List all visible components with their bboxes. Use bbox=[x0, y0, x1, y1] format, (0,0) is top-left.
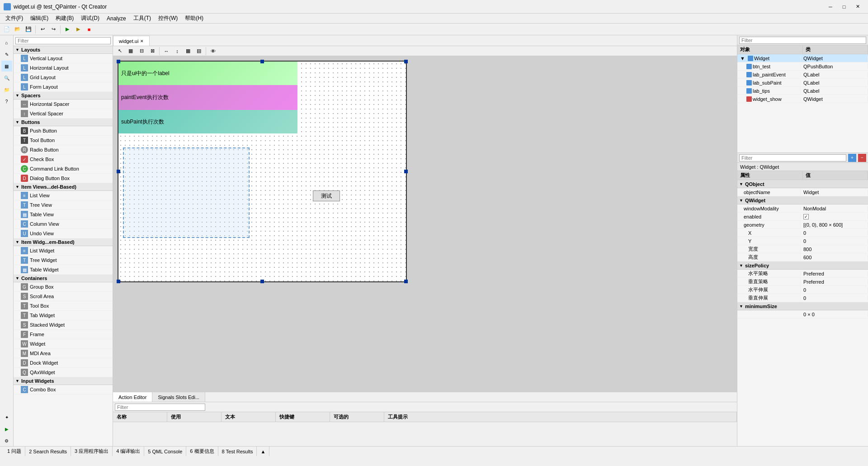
design-tool-form[interactable]: ▤ bbox=[194, 46, 204, 56]
widget-list-widget[interactable]: ≡ List Widget bbox=[14, 246, 113, 256]
prop-section-minsize[interactable]: ▼ minimumSize bbox=[737, 302, 868, 310]
widget-stacked-widget[interactable]: S Stacked Widget bbox=[14, 320, 113, 330]
status-app-output[interactable]: 3 应用程序输出 bbox=[71, 447, 113, 456]
icon-tool[interactable]: ⚙ bbox=[1, 435, 12, 446]
toolbar-run[interactable]: ▶ bbox=[62, 24, 72, 34]
widget-push-button[interactable]: B Push Button bbox=[14, 126, 113, 136]
prop-section-sizepolicy[interactable]: ▼ sizePolicy bbox=[737, 262, 868, 270]
design-tool-layout[interactable]: ⊟ bbox=[137, 46, 146, 56]
oi-row-widget[interactable]: ▼ Widget QWidget bbox=[737, 54, 868, 62]
status-arrow[interactable]: ▲ bbox=[257, 447, 269, 456]
widget-tool-box[interactable]: T Tool Box bbox=[14, 301, 113, 311]
widget-mdi-area[interactable]: M MDI Area bbox=[14, 349, 113, 358]
widget-tab-widget[interactable]: T Tab Widget bbox=[14, 311, 113, 320]
maximize-button[interactable]: □ bbox=[837, 2, 851, 11]
icon-help[interactable]: ? bbox=[1, 96, 12, 107]
icon-debug2[interactable]: ▶ bbox=[1, 423, 12, 434]
design-tool-pointer[interactable]: ↖ bbox=[115, 46, 125, 56]
prop-remove-button[interactable]: − bbox=[858, 154, 866, 162]
close-button[interactable]: ✕ bbox=[851, 2, 864, 11]
widget-dock-widget[interactable]: D Dock Widget bbox=[14, 358, 113, 368]
category-layouts[interactable]: ▼ Layouts bbox=[14, 46, 113, 54]
category-item-widgets[interactable]: ▼ Item Widg...em-Based) bbox=[14, 238, 113, 246]
prop-section-qobject[interactable]: ▼ QObject bbox=[737, 180, 868, 188]
prop-row-vpolicy[interactable]: 垂直策略 Preferred bbox=[737, 278, 868, 286]
widget-undo-view[interactable]: U Undo View bbox=[14, 229, 113, 238]
category-buttons[interactable]: ▼ Buttons bbox=[14, 119, 113, 126]
widget-column-view[interactable]: C Column View bbox=[14, 219, 113, 229]
widget-check-box[interactable]: ✓ Check Box bbox=[14, 155, 113, 164]
prop-add-button[interactable]: + bbox=[848, 154, 856, 162]
category-spacers[interactable]: ▼ Spacers bbox=[14, 92, 113, 100]
widget-frame[interactable]: F Frame bbox=[14, 330, 113, 339]
prop-row-y[interactable]: Y 0 bbox=[737, 237, 868, 245]
bottom-tab-action-editor[interactable]: Action Editor bbox=[113, 392, 152, 402]
menu-debug[interactable]: 调试(D) bbox=[77, 14, 103, 24]
canvas[interactable]: 只是ui中的一个label paintEvent执行次数 subPaint执行次… bbox=[118, 61, 407, 282]
menu-file[interactable]: 文件(F) bbox=[2, 14, 27, 24]
menu-edit[interactable]: 编辑(E) bbox=[27, 14, 52, 24]
category-containers[interactable]: ▼ Containers bbox=[14, 275, 113, 282]
design-tool-h-layout[interactable]: ↔ bbox=[161, 46, 171, 56]
design-tool-break[interactable]: ⊠ bbox=[147, 46, 157, 56]
widget-filter-input[interactable] bbox=[15, 37, 111, 44]
toolbar-stop[interactable]: ■ bbox=[84, 24, 94, 34]
prop-row-objectname[interactable]: objectName Widget bbox=[737, 188, 868, 196]
widget-table-widget[interactable]: ▦ Table Widget bbox=[14, 265, 113, 275]
oi-row-btn-test[interactable]: btn_test QPushButton bbox=[737, 62, 868, 71]
menu-analyze[interactable]: Analyze bbox=[103, 14, 130, 24]
bottom-filter-input[interactable] bbox=[115, 404, 205, 411]
toolbar-save[interactable]: 💾 bbox=[24, 24, 33, 34]
oi-filter-input[interactable] bbox=[739, 37, 866, 44]
toolbar-debug-run[interactable]: ▶ bbox=[73, 24, 83, 34]
prop-row-windowmodality[interactable]: windowModality NonModal bbox=[737, 204, 868, 213]
widget-vertical-layout[interactable]: L Vertical Layout bbox=[14, 54, 113, 63]
category-input-widgets[interactable]: ▼ Input Widgets bbox=[14, 377, 113, 385]
design-tool-preview[interactable]: 👁 bbox=[208, 46, 218, 56]
oi-row-lab-subpaint[interactable]: lab_subPaint QLabel bbox=[737, 79, 868, 87]
widget-v-spacer[interactable]: ↕ Vertical Spacer bbox=[14, 109, 113, 119]
menu-build[interactable]: 构建(B) bbox=[52, 14, 77, 24]
widget-tree-view[interactable]: T Tree View bbox=[14, 200, 113, 210]
widget-tree-widget[interactable]: T Tree Widget bbox=[14, 256, 113, 265]
prop-row-x[interactable]: X 0 bbox=[737, 229, 868, 237]
status-test-results[interactable]: 8 Test Results bbox=[218, 447, 257, 456]
design-tab-widget-ui[interactable]: widget.ui ✕ bbox=[113, 36, 150, 46]
widget-table-view[interactable]: ▦ Table View bbox=[14, 210, 113, 219]
oi-row-lab-paint[interactable]: lab_paintEvent QLabel bbox=[737, 71, 868, 79]
bottom-tab-signals-slots[interactable]: Signals Slots Edi... bbox=[152, 392, 205, 402]
status-general-info[interactable]: 6 概要信息 bbox=[186, 447, 218, 456]
icon-edit[interactable]: ✎ bbox=[1, 49, 12, 60]
canvas-btn-test[interactable]: 测试 bbox=[313, 190, 340, 201]
prop-row-vstretch[interactable]: 垂直伸展 0 bbox=[737, 294, 868, 302]
widget-tool-button[interactable]: T Tool Button bbox=[14, 136, 113, 145]
icon-debug[interactable]: 🔍 bbox=[1, 72, 12, 83]
category-item-views[interactable]: ▼ Item Views...del-Based) bbox=[14, 183, 113, 191]
icon-welcome[interactable]: ⌂ bbox=[1, 37, 12, 48]
widget-combo-box[interactable]: C Combo Box bbox=[14, 385, 113, 395]
widget-widget[interactable]: W Widget bbox=[14, 339, 113, 349]
toolbar-open[interactable]: 📂 bbox=[13, 24, 23, 34]
oi-row-widget-show[interactable]: widget_show QWidget bbox=[737, 95, 868, 103]
widget-command-link[interactable]: C Command Link Button bbox=[14, 164, 113, 174]
prop-row-enabled[interactable]: enabled bbox=[737, 213, 868, 221]
menu-controls[interactable]: 控件(W) bbox=[155, 14, 181, 24]
widget-list-view[interactable]: ≡ List View bbox=[14, 191, 113, 200]
canvas-widget-show[interactable] bbox=[123, 147, 250, 238]
design-tab-close[interactable]: ✕ bbox=[140, 39, 144, 43]
minimize-button[interactable]: ─ bbox=[824, 2, 837, 11]
menu-tools[interactable]: 工具(T) bbox=[130, 14, 155, 24]
widget-horizontal-layout[interactable]: L Horizontal Layout bbox=[14, 63, 113, 73]
prop-row-height[interactable]: 高度 600 bbox=[737, 253, 868, 262]
prop-filter-input[interactable] bbox=[739, 154, 846, 162]
widget-grid-layout[interactable]: L Grid Layout bbox=[14, 73, 113, 82]
icon-design[interactable]: ▦ bbox=[1, 61, 12, 71]
toolbar-undo[interactable]: ↩ bbox=[38, 24, 47, 34]
menu-help[interactable]: 帮助(H) bbox=[181, 14, 207, 24]
widget-radio-button[interactable]: R Radio Button bbox=[14, 145, 113, 155]
status-qml-console[interactable]: 5 QML Console bbox=[144, 447, 186, 456]
status-compile-output[interactable]: 4 编译输出 bbox=[113, 447, 144, 456]
design-tool-v-layout[interactable]: ↕ bbox=[172, 46, 182, 56]
oi-row-lab-tips[interactable]: lab_tips QLabel bbox=[737, 87, 868, 95]
widget-form-layout[interactable]: L Form Layout bbox=[14, 82, 113, 92]
